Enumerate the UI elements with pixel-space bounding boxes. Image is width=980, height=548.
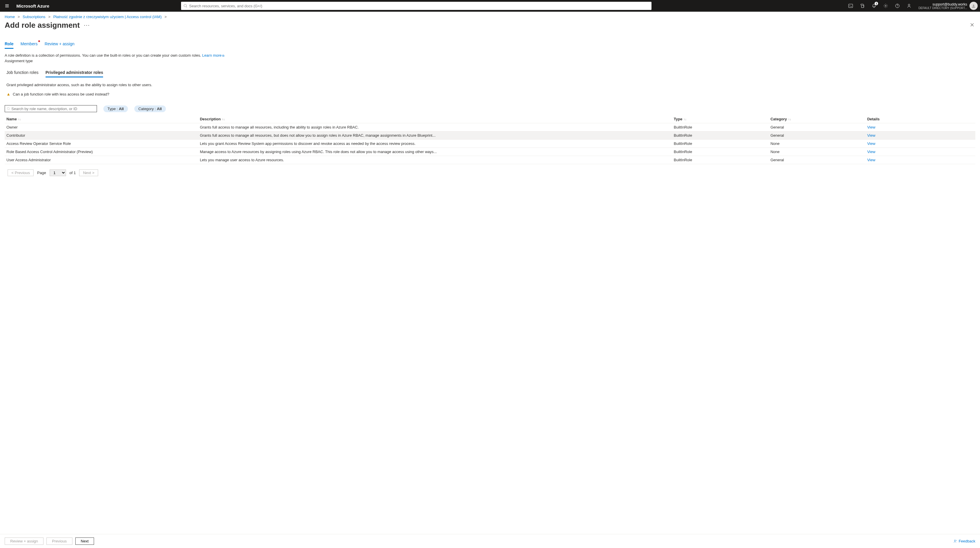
svg-point-6 — [7, 107, 10, 110]
table-header: Name↑↓ Description↑↓ Type↑↓ Category↑↓ D… — [5, 115, 975, 123]
hamburger-menu[interactable] — [0, 0, 14, 12]
col-description[interactable]: Description↑↓ — [200, 117, 674, 121]
notifications-icon[interactable]: 1 — [868, 0, 880, 12]
page-header: Add role assignment ··· — [0, 20, 980, 33]
col-type[interactable]: Type↑↓ — [674, 117, 770, 121]
subtab-privileged-roles[interactable]: Privileged administrator roles — [46, 70, 103, 77]
account-email: support@buddy.works — [918, 2, 967, 6]
role-category: General — [770, 133, 867, 138]
intro-text: A role definition is a collection of per… — [0, 49, 980, 59]
settings-icon[interactable] — [880, 0, 891, 12]
role-category: None — [770, 150, 867, 154]
svg-point-5 — [973, 5, 974, 6]
notification-badge: 1 — [875, 2, 878, 5]
directories-icon[interactable] — [856, 0, 868, 12]
col-name[interactable]: Name↑↓ — [6, 117, 200, 121]
svg-point-2 — [885, 5, 886, 6]
role-name: Role Based Access Control Administrator … — [6, 150, 200, 154]
type-filter-pill[interactable]: Type : All — [103, 105, 128, 112]
role-description: Grants full access to manage all resourc… — [200, 125, 674, 129]
assignment-type-label: Assignment type — [0, 59, 980, 66]
view-link[interactable]: View — [867, 158, 875, 162]
warning-text: Can a job function role with less access… — [13, 92, 109, 96]
sort-icon: ↑↓ — [18, 118, 21, 121]
table-row[interactable]: User Access AdministratorLets you manage… — [5, 156, 975, 164]
search-input[interactable] — [189, 4, 649, 8]
topbar-right: 1 support@buddy.works DEFAULT DIRECTORY … — [845, 0, 980, 12]
category-filter-pill[interactable]: Category : All — [134, 105, 166, 112]
sort-icon: ↑↓ — [222, 118, 225, 121]
page-label: Page — [37, 170, 46, 175]
warning-line: ▲ Can a job function role with less acce… — [0, 88, 980, 99]
role-description: Manage access to Azure resources by assi… — [200, 150, 674, 154]
search-icon — [7, 107, 10, 110]
breadcrumb: Home > Subscriptions > Płatność zgodnie … — [0, 12, 980, 20]
svg-rect-1 — [849, 4, 853, 8]
sort-icon: ↑↓ — [788, 118, 791, 121]
role-type: BuiltInRole — [674, 150, 770, 154]
help-icon[interactable] — [891, 0, 903, 12]
role-name: Access Review Operator Service Role — [6, 142, 200, 146]
close-button[interactable] — [970, 23, 974, 28]
role-name: User Access Administrator — [6, 158, 200, 162]
filter-row: Type : All Category : All — [0, 99, 980, 115]
roles-table: Name↑↓ Description↑↓ Type↑↓ Category↑↓ D… — [5, 115, 975, 164]
view-link[interactable]: View — [867, 133, 875, 138]
more-button[interactable]: ··· — [84, 22, 90, 28]
avatar — [969, 2, 978, 10]
previous-page-button[interactable]: < Previous — [8, 169, 33, 176]
warning-icon: ▲ — [6, 92, 11, 96]
table-row[interactable]: Role Based Access Control Administrator … — [5, 148, 975, 156]
role-category: General — [770, 125, 867, 129]
role-description: Lets you manage user access to Azure res… — [200, 158, 674, 162]
account-menu[interactable]: support@buddy.works DEFAULT DIRECTORY (S… — [915, 0, 980, 12]
step-role[interactable]: Role — [5, 41, 13, 49]
next-page-button[interactable]: Next > — [79, 169, 98, 176]
wizard-steps: Role Members Review + assign — [0, 33, 980, 49]
svg-point-0 — [184, 5, 186, 7]
view-link[interactable]: View — [867, 125, 875, 129]
role-type: BuiltInRole — [674, 133, 770, 138]
view-link[interactable]: View — [867, 150, 875, 154]
subtab-job-roles[interactable]: Job function roles — [6, 70, 38, 77]
role-category: General — [770, 158, 867, 162]
menu-icon — [5, 3, 10, 8]
cloud-shell-icon[interactable] — [845, 0, 856, 12]
role-type: BuiltInRole — [674, 158, 770, 162]
role-category: None — [770, 142, 867, 146]
search-icon — [183, 4, 188, 8]
role-name: Owner — [6, 125, 200, 129]
breadcrumb-subscriptions[interactable]: Subscriptions — [23, 14, 46, 19]
top-bar: Microsoft Azure 1 support@buddy.works DE… — [0, 0, 980, 12]
role-search[interactable] — [5, 105, 97, 112]
table-row[interactable]: ContributorGrants full access to manage … — [5, 131, 975, 140]
role-subtabs: Job function roles Privileged administra… — [0, 66, 980, 77]
breadcrumb-iam[interactable]: Płatność zgodnie z rzeczywistym użyciem … — [53, 14, 161, 19]
step-review[interactable]: Review + assign — [45, 41, 75, 49]
table-row[interactable]: Access Review Operator Service RoleLets … — [5, 140, 975, 148]
role-name: Contributor — [6, 133, 200, 138]
table-row[interactable]: OwnerGrants full access to manage all re… — [5, 123, 975, 131]
step-members[interactable]: Members — [21, 41, 37, 49]
page-select[interactable]: 1 — [49, 169, 66, 176]
role-type: BuiltInRole — [674, 142, 770, 146]
role-description: Lets you grant Access Review System app … — [200, 142, 674, 146]
page-title: Add role assignment — [5, 21, 80, 30]
pagination: < Previous Page 1 of 1 Next > — [0, 164, 980, 176]
col-details: Details — [867, 117, 964, 121]
col-category[interactable]: Category↑↓ — [770, 117, 867, 121]
account-directory: DEFAULT DIRECTORY (SUPPORT... — [918, 6, 967, 10]
role-search-input[interactable] — [11, 107, 95, 111]
required-dot-icon — [38, 40, 40, 42]
view-link[interactable]: View — [867, 142, 875, 146]
svg-point-4 — [908, 4, 910, 6]
learn-more-link[interactable]: Learn more⧉ — [202, 53, 224, 57]
feedback-icon[interactable] — [903, 0, 915, 12]
sort-icon: ↑↓ — [684, 118, 687, 121]
role-type: BuiltInRole — [674, 125, 770, 129]
role-description: Grants full access to manage all resourc… — [200, 133, 674, 138]
privileged-description: Grant privileged administrator access, s… — [0, 77, 980, 88]
breadcrumb-home[interactable]: Home — [5, 14, 15, 19]
brand[interactable]: Microsoft Azure — [14, 3, 52, 8]
global-search[interactable] — [181, 2, 651, 10]
